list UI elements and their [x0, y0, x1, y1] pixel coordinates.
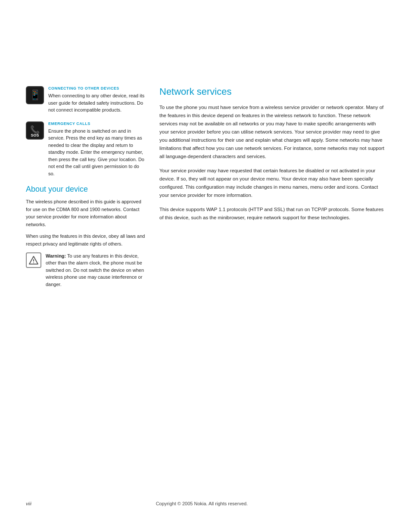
content-area: 📱 CONNECTING TO OTHER DEVICES When conne… [0, 0, 411, 322]
connecting-content: CONNECTING TO OTHER DEVICES When connect… [48, 86, 146, 114]
warning-triangle-svg [28, 255, 39, 265]
warning-icon [26, 252, 41, 268]
emergency-section: 📞 SOS EMERGENCY CALLS Ensure the phone i… [26, 121, 146, 177]
network-services-title: Network services [159, 86, 385, 97]
about-section: About your device The wireless phone des… [26, 185, 146, 288]
about-paragraph-2: When using the features in this device, … [26, 233, 146, 248]
footer: viii Copyright © 2005 Nokia. All rights … [0, 501, 411, 506]
svg-point-2 [33, 262, 34, 263]
connecting-text: When connecting to any other device, rea… [48, 92, 146, 114]
emergency-text: Ensure the phone is switched on and in s… [48, 128, 146, 177]
about-paragraph-1: The wireless phone described in this gui… [26, 198, 146, 228]
network-paragraph-1: To use the phone you must have service f… [159, 103, 385, 161]
emergency-icon: 📞 SOS [26, 121, 44, 140]
network-paragraph-3: This device supports WAP 1.1 protocols (… [159, 205, 385, 222]
right-column: Network services To use the phone you mu… [159, 86, 385, 288]
warning-box: Warning: To use any features in this dev… [26, 252, 146, 288]
copyright: Copyright © 2005 Nokia. All rights reser… [156, 501, 248, 506]
about-title: About your device [26, 185, 146, 194]
emergency-label: EMERGENCY CALLS [48, 121, 146, 126]
emergency-content: EMERGENCY CALLS Ensure the phone is swit… [48, 121, 146, 177]
warning-text: Warning: To use any features in this dev… [46, 252, 146, 288]
connecting-label: CONNECTING TO OTHER DEVICES [48, 86, 146, 90]
network-paragraph-2: Your service provider may have requested… [159, 167, 385, 199]
left-column: 📱 CONNECTING TO OTHER DEVICES When conne… [26, 86, 146, 288]
page: 📱 CONNECTING TO OTHER DEVICES When conne… [0, 0, 411, 532]
sos-text: SOS [31, 133, 39, 137]
page-number: viii [26, 501, 31, 506]
warning-bold: Warning: [46, 253, 66, 258]
connecting-icon: 📱 [26, 86, 44, 104]
connecting-section: 📱 CONNECTING TO OTHER DEVICES When conne… [26, 86, 146, 114]
